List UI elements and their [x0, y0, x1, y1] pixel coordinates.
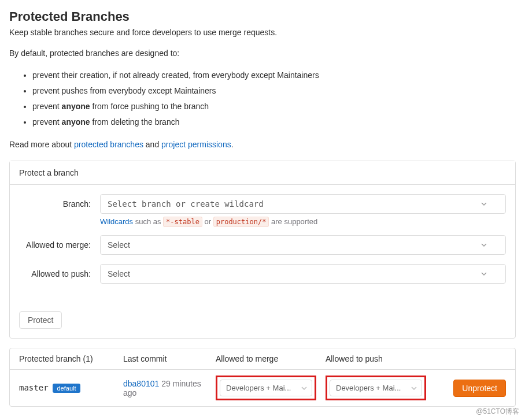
text-fragment: prevent	[32, 117, 62, 127]
chevron-down-icon	[481, 271, 487, 277]
text-fragment: such as	[133, 217, 163, 226]
select-value: Developers + Mai...	[226, 384, 291, 392]
allowed-push-select[interactable]: Select	[100, 264, 506, 284]
branch-select-placeholder: Select branch or create wildcard	[108, 199, 264, 209]
select-value: Developers + Mai...	[336, 384, 401, 392]
code-example: production/*	[213, 217, 269, 227]
page-title: Protected Branches	[9, 9, 516, 24]
code-example: *-stable	[163, 217, 202, 227]
highlight-annotation: Developers + Mai...	[216, 376, 316, 400]
chevron-down-icon	[481, 201, 487, 207]
read-more-text: Read more about protected branches and p…	[9, 140, 516, 149]
allowed-merge-label: Allowed to merge:	[19, 235, 100, 251]
page-subtitle: Keep stable branches secure and force de…	[9, 28, 516, 37]
watermark: @51CTO博客	[476, 407, 519, 416]
col-header-push: Allowed to push	[326, 354, 435, 363]
select-placeholder: Select	[108, 240, 130, 250]
list-item: prevent their creation, if not already c…	[32, 69, 516, 81]
text-fragment: and	[143, 140, 161, 149]
row-push-select[interactable]: Developers + Mai...	[330, 380, 422, 396]
text-fragment: or	[202, 217, 213, 226]
branch-select[interactable]: Select branch or create wildcard	[100, 194, 506, 214]
list-item: prevent anyone from deleting the branch	[32, 116, 516, 128]
highlight-annotation: Developers + Mai...	[326, 376, 426, 400]
text-fragment: are supported	[269, 217, 317, 226]
row-merge-select[interactable]: Developers + Mai...	[220, 380, 312, 396]
col-header-branch: Protected branch (1)	[19, 354, 123, 363]
panel-title: Protect a branch	[10, 161, 515, 185]
wildcards-link[interactable]: Wildcards	[100, 217, 133, 226]
select-placeholder: Select	[108, 269, 130, 278]
protect-button[interactable]: Protect	[19, 311, 62, 329]
chevron-down-icon	[411, 385, 417, 391]
allowed-push-label: Allowed to push:	[19, 264, 100, 280]
protected-branches-table: Protected branch (1) Last commit Allowed…	[9, 348, 516, 407]
text-fragment: prevent	[32, 102, 62, 111]
commit-hash-link[interactable]: dba80101	[123, 379, 159, 388]
text-fragment: .	[231, 140, 234, 149]
protect-branch-panel: Protect a branch Branch: Select branch o…	[9, 161, 516, 339]
allowed-merge-select[interactable]: Select	[100, 235, 506, 255]
list-item: prevent pushes from everybody except Mai…	[32, 85, 516, 97]
protected-branches-link[interactable]: protected branches	[74, 140, 143, 149]
table-header: Protected branch (1) Last commit Allowed…	[10, 348, 515, 370]
project-permissions-link[interactable]: project permissions	[161, 140, 231, 149]
col-header-merge: Allowed to merge	[216, 354, 326, 363]
chevron-down-icon	[481, 242, 487, 248]
text-strong: anyone	[62, 102, 90, 111]
design-list: prevent their creation, if not already c…	[32, 69, 516, 128]
text-fragment: from deleting the branch	[90, 117, 180, 127]
wildcard-hint: Wildcards such as *-stable or production…	[100, 217, 506, 226]
col-header-commit: Last commit	[123, 354, 216, 363]
design-intro: By default, protected branches are desig…	[9, 49, 516, 58]
list-item: prevent anyone from force pushing to the…	[32, 101, 516, 113]
default-badge: default	[53, 384, 80, 393]
chevron-down-icon	[301, 385, 307, 391]
text-fragment: from force pushing to the branch	[90, 102, 209, 111]
table-row: master default dba80101 29 minutes ago D…	[10, 370, 515, 406]
unprotect-button[interactable]: Unprotect	[453, 380, 506, 397]
text-fragment: Read more about	[9, 140, 74, 149]
text-strong: anyone	[62, 117, 90, 127]
branch-name: master	[19, 383, 49, 392]
branch-label: Branch:	[19, 194, 100, 210]
